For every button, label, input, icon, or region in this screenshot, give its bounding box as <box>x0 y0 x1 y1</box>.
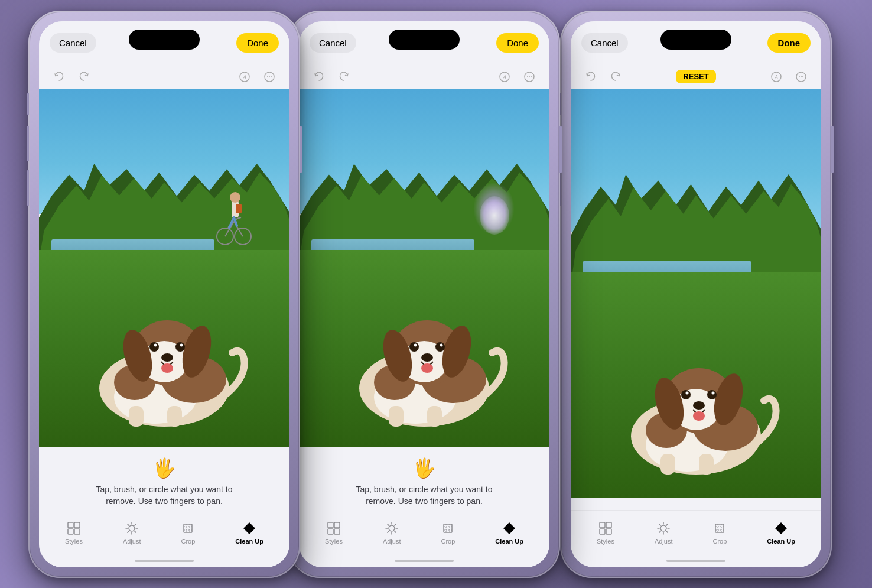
photo-bg-1 <box>39 89 289 448</box>
svg-rect-37 <box>74 529 80 534</box>
svg-line-46 <box>128 531 129 532</box>
more-button-2[interactable] <box>521 69 538 85</box>
dog-container-3 <box>571 336 821 477</box>
tool-crop-3[interactable]: Crop <box>708 519 731 547</box>
svg-line-45 <box>135 524 136 525</box>
toolbar-center-3: RESET <box>676 70 715 83</box>
svg-rect-36 <box>68 529 73 534</box>
tool-crop-2[interactable]: Crop <box>436 519 460 547</box>
svg-point-70 <box>435 342 445 352</box>
svg-marker-52 <box>243 522 255 534</box>
svg-point-4 <box>269 76 270 77</box>
toolbar-right-1: A <box>236 69 278 85</box>
svg-line-128 <box>659 531 660 532</box>
tool-styles-2[interactable]: Styles <box>320 519 347 547</box>
svg-rect-35 <box>74 522 80 528</box>
home-indicator-2 <box>299 554 549 567</box>
svg-marker-134 <box>775 522 787 534</box>
svg-rect-118 <box>600 529 605 534</box>
tool-adjust-label-2: Adjust <box>383 538 401 545</box>
svg-point-58 <box>531 76 532 77</box>
cancel-button-3[interactable]: Cancel <box>581 33 628 53</box>
side-button-power <box>300 126 302 173</box>
autocorrect-button-3[interactable]: A <box>768 69 785 85</box>
bottom-panel-3: Styles Adjust <box>571 498 821 567</box>
cancel-button-1[interactable]: Cancel <box>50 33 96 53</box>
phone-3: Cancel Done RESET <box>560 11 832 578</box>
svg-point-99 <box>802 76 803 77</box>
dog-container-2 <box>299 288 549 430</box>
tool-adjust-3[interactable]: Adjust <box>650 519 678 547</box>
svg-line-12 <box>237 217 241 219</box>
toolbar-left-2 <box>311 69 352 85</box>
svg-rect-22 <box>129 406 144 427</box>
tool-cleanup-label-3: Clean Up <box>767 538 795 545</box>
more-button-1[interactable] <box>261 69 278 85</box>
tool-crop-1[interactable]: Crop <box>176 519 200 547</box>
bottom-toolbar-2: Styles Adjust <box>299 515 549 554</box>
redo-button-3[interactable] <box>607 69 624 85</box>
svg-point-38 <box>129 525 135 531</box>
brush-glow-inner-2 <box>480 196 509 235</box>
svg-point-28 <box>149 342 159 352</box>
tool-styles-3[interactable]: Styles <box>592 519 619 547</box>
done-button-1[interactable]: Done <box>236 33 279 53</box>
svg-text:A: A <box>774 74 779 80</box>
autocorrect-button-1[interactable]: A <box>236 69 253 85</box>
tool-cleanup-3[interactable]: Clean Up <box>762 519 800 547</box>
tool-styles-1[interactable]: Styles <box>60 519 87 547</box>
bottom-toolbar-1: Styles Adjust <box>39 515 289 554</box>
redo-button-2[interactable] <box>336 69 352 85</box>
tool-adjust-1[interactable]: Adjust <box>118 519 146 547</box>
instruction-area-2: 🖐 Tap, brush, or circle what you want to… <box>299 447 549 514</box>
autocorrect-button-2[interactable]: A <box>496 69 513 85</box>
tool-crop-label-2: Crop <box>441 538 455 545</box>
svg-rect-76 <box>334 522 340 528</box>
svg-rect-75 <box>328 522 333 528</box>
svg-rect-104 <box>660 454 675 475</box>
toolbar-1: A <box>39 65 289 89</box>
tool-cleanup-label-1: Clean Up <box>235 538 263 545</box>
undo-button-1[interactable] <box>51 69 67 85</box>
svg-rect-88 <box>444 524 452 532</box>
svg-line-86 <box>395 524 396 525</box>
dynamic-island-3 <box>660 30 731 50</box>
photo-area-1 <box>39 89 289 448</box>
reset-button-3[interactable]: RESET <box>676 70 715 83</box>
svg-point-33 <box>161 363 173 373</box>
undo-button-2[interactable] <box>311 69 327 85</box>
svg-point-30 <box>154 343 157 346</box>
done-button-2[interactable]: Done <box>496 33 539 53</box>
svg-rect-78 <box>334 529 340 534</box>
svg-point-32 <box>161 353 173 362</box>
toolbar-3: RESET A <box>571 65 821 89</box>
svg-rect-47 <box>184 524 192 532</box>
tool-cleanup-label-2: Clean Up <box>495 538 523 545</box>
svg-rect-14 <box>236 204 242 213</box>
svg-point-69 <box>409 342 419 352</box>
tool-cleanup-1[interactable]: Clean Up <box>230 519 268 547</box>
done-button-3[interactable]: Done <box>767 33 811 53</box>
svg-point-5 <box>271 76 272 77</box>
instruction-text-1: Tap, brush, or circle what you want to r… <box>87 484 241 507</box>
undo-button-3[interactable] <box>583 69 599 85</box>
redo-button-1[interactable] <box>76 69 92 85</box>
tool-adjust-2[interactable]: Adjust <box>378 519 406 547</box>
svg-rect-105 <box>699 454 714 475</box>
side-button-power-3 <box>831 126 834 173</box>
svg-rect-34 <box>68 522 73 528</box>
phone-screen-2: Cancel Done <box>299 21 549 567</box>
cancel-button-2[interactable]: Cancel <box>310 33 356 53</box>
toolbar-left-1 <box>51 69 92 85</box>
svg-rect-117 <box>606 522 611 528</box>
svg-point-74 <box>421 363 433 373</box>
tool-cleanup-2[interactable]: Clean Up <box>490 519 528 547</box>
home-bar-2 <box>395 560 454 562</box>
photo-area-3 <box>571 89 821 498</box>
more-button-3[interactable] <box>793 69 809 85</box>
tool-crop-label-3: Crop <box>712 538 727 545</box>
instruction-area-1: 🖐 Tap, brush, or circle what you want to… <box>39 447 289 514</box>
brush-icon-2: 🖐 <box>412 457 436 479</box>
svg-point-3 <box>267 76 268 77</box>
svg-rect-116 <box>600 522 605 528</box>
